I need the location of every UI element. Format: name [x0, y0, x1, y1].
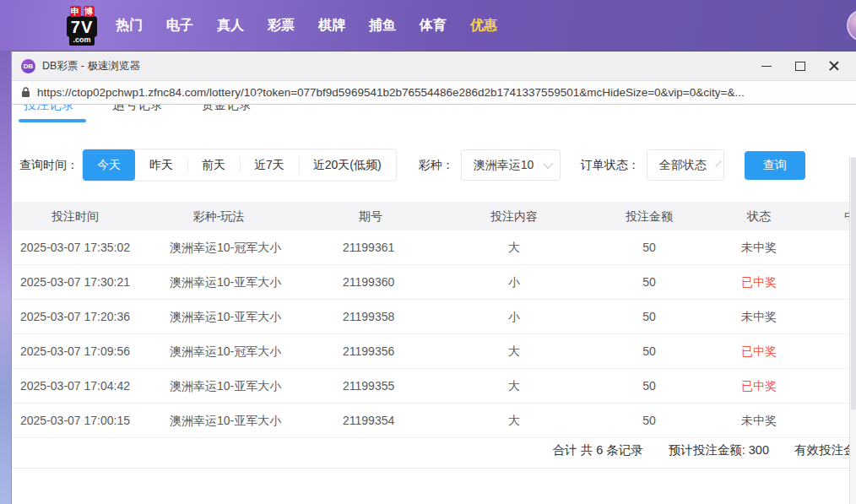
lottery-select[interactable]: 澳洲幸运10 [461, 149, 561, 181]
site-nav: 申 博 7V .com 热门电子真人彩票棋牌捕鱼体育优惠 [0, 0, 856, 51]
cell-status: 已中奖 [712, 369, 805, 403]
tab[interactable]: 投注记录 [24, 105, 74, 113]
cell-game-play: 澳洲幸运10-冠军大小 [138, 230, 299, 264]
cell-bet-time: 2025-03-07 17:09:56 [12, 334, 138, 368]
cell-bet-amount: 50 [586, 369, 712, 403]
cell-status: 已中奖 [712, 334, 805, 368]
cell-bet-time: 2025-03-07 17:04:42 [12, 369, 138, 403]
vertical-scrollbar[interactable] [849, 157, 856, 504]
cell-game-play: 澳洲幸运10-亚军大小 [138, 265, 299, 299]
tab[interactable]: 资金记录 [201, 105, 252, 113]
cell-bet-amount: 50 [586, 265, 712, 299]
tab[interactable]: 追号记录 [112, 105, 163, 113]
cell-game-play: 澳洲幸运10-亚军大小 [138, 369, 299, 403]
cell-bet-content: 小 [442, 300, 586, 333]
window-controls [750, 51, 851, 80]
table-row[interactable]: 2025-03-07 17:30:21 澳洲幸运10-亚军大小 21199360… [12, 265, 856, 300]
window-title: DB彩票 - 极速浏览器 [42, 59, 140, 73]
table-row[interactable]: 2025-03-07 17:09:56 澳洲幸运10-冠军大小 21199356… [12, 334, 856, 369]
filter-row: 查询时间： 今天昨天前天近7天近20天(低频) 彩种： 澳洲幸运10 订单状态：… [19, 149, 805, 182]
site-logo[interactable]: 申 博 7V .com [62, 6, 101, 46]
nav-item[interactable]: 电子 [166, 17, 193, 35]
table-header-cell: 投注内容 [442, 202, 586, 230]
table-header-cell: 投注时间 [12, 202, 138, 230]
cell-bet-content: 大 [442, 369, 586, 403]
cell-game-play: 澳洲幸运10-冠军大小 [138, 334, 299, 368]
table-header-cell: 彩种-玩法 [138, 202, 299, 230]
nav-item[interactable]: 体育 [420, 17, 447, 35]
cell-bet-amount: 50 [586, 334, 712, 368]
cell-prize [805, 404, 856, 437]
status-filter-label: 订单状态： [581, 158, 640, 173]
time-filter-option[interactable]: 近20天(低频) [299, 149, 396, 181]
lottery-select-value: 澳洲幸运10 [474, 158, 534, 173]
bet-records-table: 投注时间彩种-玩法期号投注内容投注金额状态中 2025-03-07 17:35:… [12, 202, 856, 438]
browser-app-icon: DB [21, 59, 35, 73]
scrollbar-thumb[interactable] [851, 157, 856, 410]
cell-bet-time: 2025-03-07 17:00:15 [12, 404, 138, 437]
table-row[interactable]: 2025-03-07 17:20:36 澳洲幸运10-亚军大小 21199358… [12, 300, 856, 334]
cell-bet-time: 2025-03-07 17:30:21 [12, 265, 138, 299]
nav-item[interactable]: 棋牌 [318, 17, 345, 35]
window-titlebar[interactable]: DB DB彩票 - 极速浏览器 [12, 51, 856, 81]
close-button[interactable] [817, 51, 851, 80]
time-filter-option[interactable]: 今天 [83, 149, 135, 181]
summary-row: 合计 共 6 条记录 预计投注金额: 300 有效投注金额 [12, 433, 856, 469]
status-select-value: 全部状态 [659, 158, 707, 173]
nav-item[interactable]: 真人 [217, 17, 244, 35]
nav-menu: 热门电子真人彩票棋牌捕鱼体育优惠 [116, 0, 497, 51]
logo-main-text: 7V [67, 16, 97, 37]
page-content: 投注记录追号记录资金记录 查询时间： 今天昨天前天近7天近20天(低频) 彩种：… [12, 105, 856, 504]
table-row[interactable]: 2025-03-07 17:04:42 澳洲幸运10-亚军大小 21199355… [12, 369, 856, 404]
cell-game-play: 澳洲幸运10-亚军大小 [138, 300, 299, 333]
cell-issue-number: 21199361 [299, 230, 442, 264]
table-header-cell: 投注金额 [586, 202, 712, 230]
logo-badge-right: 博 [84, 6, 95, 17]
table-body: 2025-03-07 17:35:02 澳洲幸运10-冠军大小 21199361… [12, 230, 856, 438]
minimize-icon [761, 66, 772, 67]
cell-bet-amount: 50 [586, 300, 712, 333]
cell-bet-amount: 50 [586, 404, 712, 437]
url-bar[interactable]: https://ctop02pchwp1.zfnc84.com/lottery/… [12, 81, 856, 105]
browser-window: DB DB彩票 - 极速浏览器 https://ctop02pchwp1.zfn… [11, 51, 856, 504]
total-records-text: 合计 共 6 条记录 [553, 442, 643, 458]
url-text: https://ctop02pchwp1.zfnc84.com/lottery/… [37, 86, 745, 99]
cell-bet-content: 小 [442, 265, 586, 299]
cell-game-play: 澳洲幸运10-亚军大小 [138, 404, 299, 437]
nav-item[interactable]: 彩票 [268, 17, 295, 35]
tabs-bar: 投注记录追号记录资金记录 [12, 105, 856, 115]
cell-issue-number: 21199356 [299, 334, 442, 368]
background-page-edge [0, 51, 11, 504]
lottery-filter-label: 彩种： [419, 158, 454, 173]
table-row[interactable]: 2025-03-07 17:35:02 澳洲幸运10-冠军大小 21199361… [12, 230, 856, 265]
cell-status: 未中奖 [712, 230, 805, 264]
cell-prize [805, 230, 856, 264]
valid-amount-text: 有效投注金额 [794, 442, 856, 458]
nav-item[interactable]: 捕鱼 [369, 17, 396, 35]
order-status-select[interactable]: 全部状态 [647, 149, 724, 181]
nav-item[interactable]: 热门 [116, 17, 143, 35]
maximize-button[interactable] [783, 51, 817, 80]
minimize-button[interactable] [750, 51, 783, 80]
tabs-row: 投注记录追号记录资金记录 [12, 105, 856, 113]
cell-prize [805, 265, 856, 299]
time-filter-option[interactable]: 近7天 [240, 149, 299, 181]
time-filter-option[interactable]: 前天 [187, 149, 240, 181]
chevron-down-icon [715, 161, 721, 167]
cell-bet-time: 2025-03-07 17:35:02 [12, 230, 138, 264]
cell-issue-number: 21199354 [299, 404, 442, 437]
table-header-cell: 期号 [299, 202, 442, 230]
cell-bet-content: 大 [442, 230, 586, 264]
search-button[interactable]: 查询 [745, 151, 805, 180]
cell-bet-amount: 50 [586, 230, 712, 264]
cell-status: 已中奖 [712, 265, 805, 299]
nav-item[interactable]: 优惠 [470, 17, 497, 35]
expected-amount-text: 预计投注金额: 300 [669, 442, 769, 458]
logo-badges: 申 博 [70, 6, 95, 17]
logo-suffix-text: .com [69, 35, 94, 46]
time-filter-option[interactable]: 昨天 [135, 149, 187, 181]
logo-badge-left: 申 [70, 6, 81, 17]
user-avatar[interactable] [847, 9, 856, 41]
chevron-down-icon [544, 159, 554, 169]
table-header-cell: 中 [805, 202, 856, 230]
